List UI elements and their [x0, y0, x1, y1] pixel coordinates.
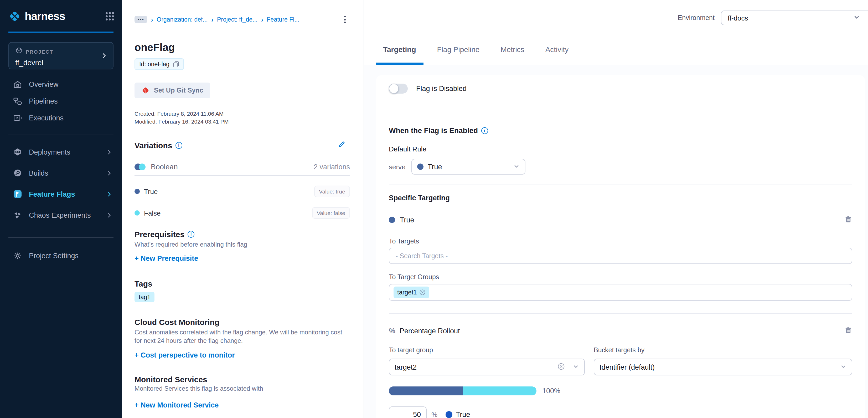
- sidebar-item-feature-flags[interactable]: Feature Flags: [0, 183, 122, 205]
- monitored-services-heading: Monitored Services: [134, 375, 207, 384]
- created-timestamp: Created: February 8, 2024 11:06 AM: [134, 110, 350, 118]
- chevron-down-icon: [513, 163, 520, 171]
- cost-perspective-link[interactable]: + Cost perspective to monitor: [134, 351, 235, 359]
- chevron-right-icon: ›: [212, 16, 213, 23]
- edit-variations-icon[interactable]: [338, 140, 346, 150]
- bucket-targets-by-select[interactable]: Identifier (default): [594, 359, 852, 376]
- variation-row-true: True Value: true: [134, 185, 350, 198]
- variation-false-dot: [134, 210, 140, 215]
- info-icon[interactable]: [188, 231, 194, 238]
- rollout-target-group-select[interactable]: target2: [389, 359, 585, 376]
- project-label: PROJECT: [26, 49, 53, 54]
- targeting-content: Flag is Disabled When the Flag is Enable…: [364, 65, 868, 418]
- feature-flags-icon: [12, 189, 23, 199]
- logo-text: harness: [25, 10, 105, 23]
- setup-git-sync-button[interactable]: Set Up Git Sync: [134, 83, 210, 98]
- prerequisites-heading: Prerequisites: [134, 230, 194, 239]
- weight-unit: %: [431, 410, 437, 418]
- bucket-targets-by-label: Bucket targets by: [594, 346, 852, 354]
- sidebar-item-pipelines[interactable]: Pipelines: [0, 93, 122, 109]
- breadcrumb: ••• › Organization: def... › Project: ff…: [134, 14, 350, 25]
- tab-activity[interactable]: Activity: [538, 36, 576, 65]
- target-groups-field[interactable]: target1: [389, 284, 852, 301]
- targets-search-input[interactable]: [395, 251, 846, 260]
- module-grid-icon[interactable]: [105, 11, 115, 21]
- tab-metrics[interactable]: Metrics: [493, 36, 531, 65]
- sidebar-nav-bottom: Project Settings: [0, 245, 122, 266]
- to-target-groups-label: To Target Groups: [389, 272, 852, 281]
- clear-selection-icon[interactable]: [557, 362, 565, 371]
- chevron-right-icon: [105, 170, 113, 176]
- rollout-total-label: 100%: [542, 387, 560, 395]
- sidebar-item-overview[interactable]: Overview: [0, 76, 122, 93]
- copy-icon[interactable]: [173, 61, 179, 67]
- delete-rollout-icon[interactable]: [844, 326, 852, 336]
- sidebar-nav-modules: Deployments Builds: [0, 142, 122, 226]
- sidebar-item-builds[interactable]: Builds: [0, 162, 122, 183]
- specific-targeting-heading: Specific Targeting: [389, 192, 852, 203]
- modified-timestamp: Modified: February 16, 2024 03:41 PM: [134, 118, 350, 126]
- default-rule-serve-select[interactable]: True: [411, 159, 525, 175]
- variation-type: Boolean: [151, 162, 178, 171]
- tab-bar: Targeting Flag Pipeline Metrics Activity: [364, 36, 868, 65]
- breadcrumb-project[interactable]: Project: ff_de...: [217, 16, 257, 23]
- breadcrumb-organization[interactable]: Organization: def...: [157, 16, 208, 23]
- sidebar-item-project-settings[interactable]: Project Settings: [0, 245, 122, 266]
- breadcrumb-ellipsis[interactable]: •••: [134, 16, 147, 23]
- variation-true-dot: [445, 411, 452, 418]
- sidebar-item-label: Deployments: [29, 148, 99, 156]
- boolean-type-icon: [134, 163, 146, 170]
- rollout-target-group-value: target2: [395, 363, 417, 371]
- delete-rule-icon[interactable]: [844, 215, 852, 225]
- chevron-down-icon: [840, 363, 846, 371]
- flag-enabled-toggle[interactable]: [389, 83, 408, 93]
- enabled-heading: When the Flag is Enabled: [389, 125, 852, 136]
- chevron-right-icon: [105, 212, 113, 218]
- target-group-chip: target1: [394, 287, 430, 298]
- flag-id-chip[interactable]: Id: oneFlag: [134, 58, 184, 70]
- info-icon[interactable]: [481, 127, 488, 134]
- sidebar-item-executions[interactable]: Executions: [0, 109, 122, 126]
- percentage-rollout-rule: % Percentage Rollout: [389, 325, 852, 336]
- sidebar-item-deployments[interactable]: Deployments: [0, 142, 122, 162]
- cloud-cost-heading: Cloud Cost Monitoring: [134, 317, 219, 326]
- weight-input[interactable]: [389, 410, 426, 418]
- sidebar-divider: [8, 237, 114, 238]
- new-monitored-service-link[interactable]: + New Monitored Service: [134, 401, 219, 409]
- divider: [389, 314, 852, 314]
- remove-chip-icon[interactable]: [420, 289, 426, 296]
- targets-search-field[interactable]: [389, 248, 852, 264]
- sidebar-item-label: Feature Flags: [29, 190, 99, 198]
- tab-targeting[interactable]: Targeting: [376, 36, 424, 65]
- rollout-segment-true: [389, 386, 463, 395]
- rollout-progress-row: 100%: [389, 386, 852, 395]
- chevron-right-icon: ›: [151, 16, 153, 23]
- variation-value-chip: Value: false: [312, 207, 350, 219]
- project-selector[interactable]: PROJECT ff_devrel: [8, 42, 114, 69]
- weight-variation: True: [456, 410, 470, 418]
- tab-flag-pipeline[interactable]: Flag Pipeline: [430, 36, 487, 65]
- breadcrumb-feature-flags[interactable]: Feature Fl...: [267, 16, 300, 23]
- gear-icon: [12, 250, 23, 261]
- sidebar-item-label: Executions: [29, 114, 113, 122]
- kebab-menu-icon[interactable]: [343, 15, 347, 24]
- executions-icon: [12, 113, 23, 123]
- logo-row: harness: [0, 0, 122, 33]
- sidebar-item-chaos-experiments[interactable]: Chaos Experiments: [0, 205, 122, 226]
- weight-field[interactable]: [389, 407, 427, 418]
- variation-type-row: Boolean 2 variations: [134, 161, 350, 173]
- variation-true-dot: [417, 163, 424, 170]
- targeting-panel: Environment ff-docs Targeting Flag Pipel…: [364, 0, 868, 418]
- new-prerequisite-link[interactable]: + New Prerequisite: [134, 254, 198, 262]
- info-icon[interactable]: [175, 142, 182, 149]
- chevron-down-icon: [853, 14, 860, 22]
- flag-id-text: Id: oneFlag: [139, 61, 169, 67]
- environment-select[interactable]: ff-docs: [721, 10, 868, 25]
- environment-value: ff-docs: [728, 14, 748, 22]
- rollout-segment-false: [463, 386, 536, 395]
- rollout-heading: Percentage Rollout: [400, 327, 460, 335]
- pipelines-icon: [12, 96, 23, 106]
- bucket-value: Identifier (default): [599, 363, 655, 371]
- sidebar-item-label: Pipelines: [29, 97, 113, 105]
- monitored-services-description: Monitored Services this flag is associat…: [134, 384, 350, 393]
